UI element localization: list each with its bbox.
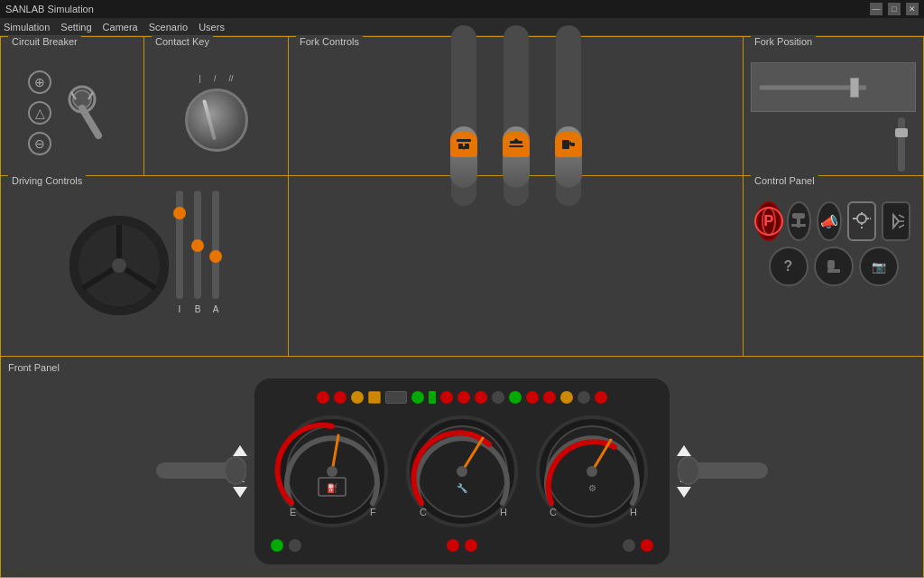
ind-11	[543, 391, 556, 404]
menu-scenario[interactable]: Scenario	[149, 22, 188, 33]
bot-ind-2	[289, 539, 301, 552]
svg-text:C: C	[550, 507, 557, 517]
ind-7	[457, 391, 470, 404]
front-panel: Front Panel F R	[0, 357, 924, 578]
front-panel-content: F R	[1, 357, 923, 577]
slider-a-thumb[interactable]	[209, 250, 222, 263]
ind-14	[595, 391, 607, 404]
menu-setting[interactable]: Setting	[60, 22, 91, 33]
circuit-icons: ⊕ △ ⊖	[28, 70, 51, 155]
cp-row-2: ? 📷	[749, 247, 918, 286]
fork-v-slider	[744, 117, 923, 172]
plus-icon: ⊕	[28, 70, 51, 94]
svg-point-45	[327, 466, 337, 477]
minus-icon: ⊖	[28, 132, 51, 155]
minimize-button[interactable]: —	[870, 3, 882, 15]
parking-brake-button[interactable]: P	[756, 201, 781, 241]
svg-rect-39	[827, 269, 840, 273]
svg-line-35	[899, 215, 904, 218]
fork-h-handle[interactable]	[850, 78, 859, 98]
control-panel: Control Panel P 📣	[744, 176, 924, 357]
dashboard-cluster: E F ⛽	[254, 378, 670, 564]
wrench-icon	[62, 81, 116, 144]
horn-button[interactable]: 📣	[817, 201, 842, 241]
slider-i-track[interactable]	[176, 191, 183, 299]
ind-6	[440, 391, 453, 404]
menu-users[interactable]: Users	[199, 22, 225, 33]
bot-ind-3	[447, 539, 459, 552]
gauge-fuel: E F ⛽	[273, 413, 391, 532]
right-lever[interactable]	[678, 455, 768, 488]
ind-9	[492, 391, 504, 404]
fork-v-handle[interactable]	[895, 128, 908, 137]
cp-row-1: P 📣	[749, 201, 918, 241]
fork-lever-3[interactable]	[556, 25, 581, 206]
driving-controls-panel: Driving Controls	[0, 176, 289, 357]
svg-point-41	[225, 457, 246, 484]
drive-sliders: I B A	[176, 191, 219, 341]
help-button[interactable]: ?	[769, 247, 808, 286]
menu-camera[interactable]: Camera	[103, 22, 138, 33]
front-panel-label: Front Panel	[8, 362, 60, 373]
ind-2	[334, 391, 346, 404]
titlebar-title: SANLAB Simulation	[5, 4, 94, 14]
f-arrow-down	[233, 487, 247, 498]
fork-controls-label: Fork Controls	[296, 36, 363, 47]
top-row: Circuit Breaker ⊕ △ ⊖ Contact Key	[0, 36, 924, 176]
maximize-button[interactable]: □	[888, 3, 901, 15]
slider-b-thumb[interactable]	[191, 239, 204, 252]
bot-ind-1	[271, 539, 283, 552]
fork-v-track	[898, 117, 905, 172]
fork-levers	[289, 21, 743, 206]
fork-position-label: Fork Position	[751, 36, 816, 47]
svg-text:H: H	[500, 507, 507, 517]
svg-text:⚙: ⚙	[588, 483, 596, 493]
bot-ind-5	[623, 539, 635, 552]
seatbelt-button[interactable]	[787, 201, 812, 241]
camera-button[interactable]: 📷	[859, 247, 899, 286]
svg-line-2	[82, 108, 98, 135]
contact-key-panel: Contact Key |///	[144, 36, 289, 176]
slider-i-thumb[interactable]	[173, 207, 186, 219]
svg-marker-34	[893, 215, 899, 228]
ind-4	[368, 391, 381, 404]
l-arrow-down	[677, 487, 691, 498]
slider-i: I	[176, 191, 183, 314]
circuit-breaker-panel: Circuit Breaker ⊕ △ ⊖	[0, 36, 144, 176]
bot-ind-6	[641, 539, 653, 552]
contact-key-label: Contact Key	[152, 36, 213, 47]
bot-ind-4	[465, 539, 477, 552]
left-lever[interactable]	[156, 455, 246, 488]
close-button[interactable]: ✕	[906, 3, 919, 15]
control-panel-label: Control Panel	[751, 175, 818, 186]
slider-a: A	[212, 191, 219, 314]
main-area: Circuit Breaker ⊕ △ ⊖ Contact Key	[0, 36, 924, 578]
triangle-icon: △	[28, 101, 51, 125]
menu-simulation[interactable]: Simulation	[4, 22, 50, 33]
svg-rect-12	[562, 140, 569, 149]
svg-rect-38	[827, 260, 835, 269]
slider-a-label: A	[213, 304, 219, 314]
svg-text:F: F	[370, 507, 376, 517]
svg-line-37	[899, 225, 904, 228]
ind-10	[526, 391, 539, 404]
bottom-indicators	[271, 539, 653, 552]
lights-button-2[interactable]	[882, 201, 910, 241]
slider-b: B	[194, 191, 201, 314]
ind-13	[578, 391, 590, 404]
svg-point-29	[857, 214, 866, 223]
fork-lever-2[interactable]	[504, 25, 529, 206]
slider-b-track[interactable]	[194, 191, 201, 299]
ind-12	[560, 391, 573, 404]
svg-rect-5	[457, 139, 471, 142]
slider-a-track[interactable]	[212, 191, 219, 299]
lights-button-1[interactable]	[847, 201, 876, 241]
key-switch[interactable]	[185, 89, 248, 152]
steering-wheel[interactable]	[69, 216, 169, 317]
gauges-row: E F ⛽	[271, 413, 653, 532]
fork-lever-1[interactable]	[451, 25, 476, 206]
seat-button[interactable]	[814, 247, 854, 286]
ind-green-1	[411, 391, 424, 404]
svg-point-60	[587, 466, 597, 477]
svg-marker-11	[513, 138, 520, 142]
